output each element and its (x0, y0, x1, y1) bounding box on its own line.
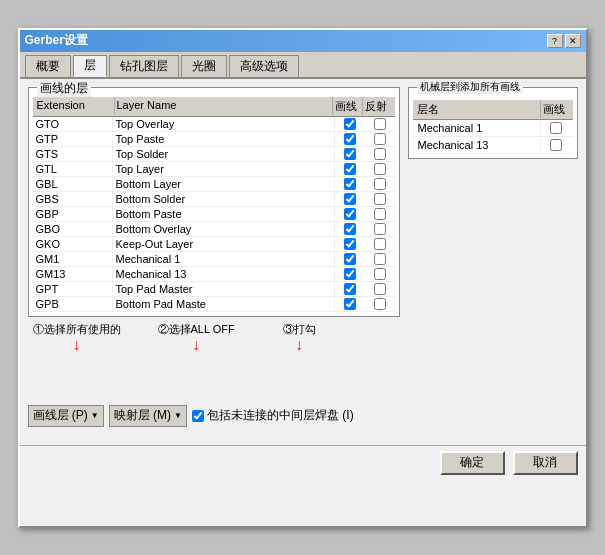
reflect-checkbox[interactable] (374, 238, 386, 250)
table-row: GM1 Mechanical 1 (33, 252, 395, 267)
cell-reflect-check (365, 267, 395, 281)
col-name-r: 层名 (415, 101, 541, 118)
cell-ext: GBP (33, 207, 113, 221)
table-row: GTP Top Paste (33, 132, 395, 147)
reflect-checkbox[interactable] (374, 253, 386, 265)
cell-draw-check (335, 192, 365, 206)
bottom-controls: 画线层 (P) ▼ 映射层 (M) ▼ 包括未连接的中间层焊盘 (I) (28, 400, 578, 432)
tab-overview[interactable]: 概要 (25, 55, 71, 77)
draw-checkbox[interactable] (344, 283, 356, 295)
draw-checkbox[interactable] (344, 163, 356, 175)
right-panel: 机械层到添加所有画线 层名 画线 Mechanical 1 Mechanical… (408, 87, 578, 317)
draw-checkbox[interactable] (344, 298, 356, 310)
cell-layername: Top Pad Master (113, 282, 335, 296)
reflect-checkbox[interactable] (374, 133, 386, 145)
cell-draw-check (335, 117, 365, 131)
ann3-block: ③打勾 ↓ (283, 322, 316, 353)
cell-draw-check (335, 147, 365, 161)
mirror-layer-arrow: ▼ (174, 411, 182, 420)
cell-layername: Bottom Pad Maste (113, 297, 335, 311)
cell-ext: GPT (33, 282, 113, 296)
cell-ext: GBL (33, 177, 113, 191)
cell-ext: GTO (33, 117, 113, 131)
reflect-checkbox[interactable] (374, 118, 386, 130)
draw-layer-arrow: ▼ (91, 411, 99, 420)
draw-checkbox[interactable] (344, 223, 356, 235)
mech-layers-title: 机械层到添加所有画线 (417, 80, 523, 94)
reflect-checkbox[interactable] (374, 268, 386, 280)
cell-mech-draw (541, 121, 571, 135)
cell-reflect-check (365, 117, 395, 131)
draw-checkbox[interactable] (344, 118, 356, 130)
draw-checkbox[interactable] (344, 148, 356, 160)
reflect-checkbox[interactable] (374, 178, 386, 190)
draw-layer-dropdown[interactable]: 画线层 (P) ▼ (28, 405, 104, 427)
ok-button[interactable]: 确定 (440, 451, 505, 475)
cell-layername: Bottom Solder (113, 192, 335, 206)
tabs-bar: 概要 层 钻孔图层 光圈 高级选项 (20, 52, 586, 79)
annotation-area: ①选择所有使用的 ↓ ②选择ALL OFF ↓ ③打勾 ↓ (28, 322, 578, 392)
ann1-text: ①选择所有使用的 (33, 322, 121, 337)
cell-ext: GM13 (33, 267, 113, 281)
help-button[interactable]: ? (547, 34, 563, 48)
ann2-block: ②选择ALL OFF ↓ (158, 322, 235, 353)
cell-reflect-check (365, 132, 395, 146)
mech-draw-checkbox[interactable] (550, 122, 562, 134)
draw-layers-title: 画线的层 (37, 80, 91, 97)
include-unconnected-checkbox[interactable] (192, 410, 204, 422)
draw-checkbox[interactable] (344, 178, 356, 190)
draw-checkbox[interactable] (344, 133, 356, 145)
cell-layername: Top Layer (113, 162, 335, 176)
cell-mech-name: Mechanical 1 (415, 121, 541, 135)
reflect-checkbox[interactable] (374, 193, 386, 205)
tab-layers[interactable]: 层 (73, 55, 107, 77)
reflect-checkbox[interactable] (374, 283, 386, 295)
reflect-checkbox[interactable] (374, 298, 386, 310)
draw-checkbox[interactable] (344, 253, 356, 265)
footer: 确定 取消 (20, 445, 586, 480)
content-area: 画线的层 Extension Layer Name 画线 反射 GTO Top … (20, 79, 586, 440)
cell-layername: Keep-Out Layer (113, 237, 335, 251)
cell-draw-check (335, 267, 365, 281)
close-button[interactable]: ✕ (565, 34, 581, 48)
cell-reflect-check (365, 252, 395, 266)
mech-draw-checkbox[interactable] (550, 139, 562, 151)
cell-ext: GPB (33, 297, 113, 311)
cell-layername: Bottom Overlay (113, 222, 335, 236)
col-draw-r: 画线 (541, 101, 571, 118)
cancel-button[interactable]: 取消 (513, 451, 578, 475)
tab-drill[interactable]: 钻孔图层 (109, 55, 179, 77)
ann3-text: ③打勾 (283, 322, 316, 337)
ann2-arrow: ↓ (192, 337, 200, 353)
draw-checkbox[interactable] (344, 238, 356, 250)
left-table-body: GTO Top Overlay GTP Top Paste GTS Top So… (33, 117, 395, 312)
draw-checkbox[interactable] (344, 268, 356, 280)
draw-checkbox[interactable] (344, 193, 356, 205)
tab-advanced[interactable]: 高级选项 (229, 55, 299, 77)
reflect-checkbox[interactable] (374, 208, 386, 220)
draw-layers-group: 画线的层 Extension Layer Name 画线 反射 GTO Top … (28, 87, 400, 317)
ann3-arrow: ↓ (295, 337, 303, 353)
table-row: GPT Top Pad Master (33, 282, 395, 297)
table-row: GPB Bottom Pad Maste (33, 297, 395, 312)
tab-aperture[interactable]: 光圈 (181, 55, 227, 77)
reflect-checkbox[interactable] (374, 163, 386, 175)
draw-checkbox[interactable] (344, 208, 356, 220)
cell-ext: GBS (33, 192, 113, 206)
cell-ext: GM1 (33, 252, 113, 266)
left-panel: 画线的层 Extension Layer Name 画线 反射 GTO Top … (28, 87, 400, 317)
reflect-checkbox[interactable] (374, 148, 386, 160)
cell-draw-check (335, 252, 365, 266)
right-table-body: Mechanical 1 Mechanical 13 (413, 120, 573, 154)
right-table-header: 层名 画线 (413, 100, 573, 120)
cell-draw-check (335, 222, 365, 236)
table-row: GBO Bottom Overlay (33, 222, 395, 237)
cell-mech-name: Mechanical 13 (415, 138, 541, 152)
mirror-layer-dropdown[interactable]: 映射层 (M) ▼ (109, 405, 187, 427)
reflect-checkbox[interactable] (374, 223, 386, 235)
cell-draw-check (335, 282, 365, 296)
col-layername: Layer Name (115, 98, 333, 115)
table-row: GTO Top Overlay (33, 117, 395, 132)
include-unconnected-label: 包括未连接的中间层焊盘 (I) (192, 407, 354, 424)
cell-layername: Mechanical 13 (113, 267, 335, 281)
